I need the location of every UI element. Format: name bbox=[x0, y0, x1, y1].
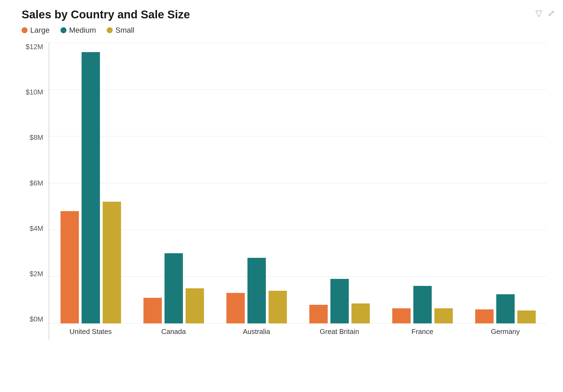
bar-small[interactable] bbox=[186, 288, 204, 323]
bar-medium[interactable] bbox=[413, 286, 432, 323]
y-axis: $0M$2M$4M$6M$8M$10M$12M bbox=[22, 43, 49, 340]
bars-container bbox=[475, 43, 536, 323]
bars-container bbox=[226, 43, 287, 323]
bar-small[interactable] bbox=[269, 291, 287, 323]
expand-icon[interactable]: ⤢ bbox=[548, 8, 555, 18]
bars-container bbox=[392, 43, 453, 323]
bar-small[interactable] bbox=[351, 303, 370, 323]
legend-dot-large bbox=[22, 27, 28, 33]
bar-medium[interactable] bbox=[247, 258, 266, 323]
x-label-france: France bbox=[381, 323, 464, 340]
bar-large[interactable] bbox=[392, 308, 411, 323]
bar-medium[interactable] bbox=[330, 279, 349, 323]
countries-row bbox=[49, 43, 547, 323]
legend-item-small: Small bbox=[107, 26, 134, 35]
bar-small[interactable] bbox=[517, 310, 536, 323]
bar-large[interactable] bbox=[61, 211, 79, 323]
bar-medium[interactable] bbox=[82, 52, 100, 323]
x-label-australia: Australia bbox=[215, 323, 298, 340]
filter-icon[interactable]: ▽ bbox=[535, 8, 542, 18]
legend-dot-medium bbox=[61, 27, 66, 33]
y-tick: $0M bbox=[29, 315, 43, 323]
bars-container bbox=[309, 43, 370, 323]
chart-area: $0M$2M$4M$6M$8M$10M$12M United StatesCan… bbox=[22, 43, 547, 340]
bar-medium[interactable] bbox=[165, 253, 183, 323]
x-labels: United StatesCanadaAustraliaGreat Britai… bbox=[49, 323, 547, 340]
legend-label-small: Small bbox=[115, 26, 134, 35]
bars-container bbox=[61, 43, 121, 323]
country-group-australia bbox=[215, 43, 298, 323]
bar-small[interactable] bbox=[434, 308, 453, 323]
chart-container: ▽ ⤢ Sales by Country and Sale Size Large… bbox=[0, 0, 563, 392]
y-tick: $8M bbox=[29, 133, 43, 142]
bar-large[interactable] bbox=[226, 293, 245, 323]
legend-label-large: Large bbox=[30, 26, 50, 35]
y-tick: $10M bbox=[26, 88, 43, 96]
country-group-united-states bbox=[49, 43, 132, 323]
legend-label-medium: Medium bbox=[69, 26, 96, 35]
y-tick: $12M bbox=[26, 43, 43, 51]
x-label-canada: Canada bbox=[132, 323, 215, 340]
y-tick: $4M bbox=[29, 224, 43, 233]
bar-large[interactable] bbox=[309, 305, 328, 323]
bars-area: United StatesCanadaAustraliaGreat Britai… bbox=[49, 43, 547, 340]
chart-title: Sales by Country and Sale Size bbox=[22, 8, 552, 21]
toolbar: ▽ ⤢ bbox=[535, 8, 555, 18]
x-label-united-states: United States bbox=[49, 323, 132, 340]
legend-dot-small bbox=[107, 27, 113, 33]
legend-item-medium: Medium bbox=[61, 26, 96, 35]
bar-small[interactable] bbox=[103, 202, 121, 323]
bar-large[interactable] bbox=[475, 309, 494, 323]
bar-medium[interactable] bbox=[496, 294, 515, 323]
x-label-great-britain: Great Britain bbox=[298, 323, 381, 340]
country-group-great-britain bbox=[298, 43, 381, 323]
bars-container bbox=[143, 43, 204, 323]
x-label-germany: Germany bbox=[464, 323, 547, 340]
country-group-canada bbox=[132, 43, 215, 323]
legend-item-large: Large bbox=[22, 26, 50, 35]
y-tick: $2M bbox=[29, 270, 43, 278]
country-group-germany bbox=[464, 43, 547, 323]
bar-large[interactable] bbox=[143, 298, 162, 323]
legend: Large Medium Small bbox=[22, 26, 552, 35]
country-group-france bbox=[381, 43, 464, 323]
y-tick: $6M bbox=[29, 179, 43, 187]
